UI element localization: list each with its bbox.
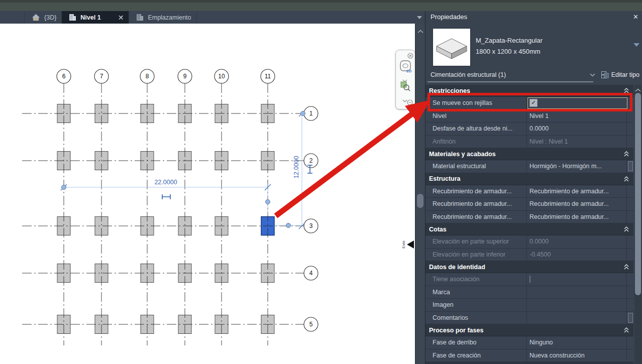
property-label: Recubrimiento de armadur... xyxy=(425,211,527,223)
property-row-tiene-asociacion: Tiene asociación xyxy=(425,273,633,286)
row-end-cell xyxy=(626,136,633,148)
section-header-restricciones[interactable]: Restricciones xyxy=(425,85,633,97)
grid-bubble-label: 11 xyxy=(265,73,271,80)
section-title: Restricciones xyxy=(429,87,470,94)
grid-bubble-label: 5 xyxy=(309,321,313,328)
drag-handle[interactable] xyxy=(301,111,305,116)
property-value[interactable]: 0.0000 xyxy=(527,125,626,132)
view-tab-3d[interactable]: {3D} xyxy=(24,11,62,24)
property-row-material-estructural: Material estructuralHormigón - Hormigón … xyxy=(425,160,633,173)
canvas-scrollbar[interactable] xyxy=(415,24,425,364)
type-name: M_Zapata-Rectangular xyxy=(476,35,543,46)
type-selector-dropdown-icon[interactable] xyxy=(633,43,639,47)
property-row-recubrimiento-de-armadur: Recubrimiento de armadur...Recubrimiento… xyxy=(425,211,633,224)
property-label: Anfitrión xyxy=(425,136,527,148)
property-value[interactable]: Recubrimiento de armadur... xyxy=(527,188,626,195)
property-value xyxy=(527,276,626,283)
dimension-anchor-icon[interactable] xyxy=(162,194,170,199)
zoom-region-icon[interactable] xyxy=(400,81,410,93)
revit-window: {3D}Nivel 1✕Emplazamiento 67891011123452… xyxy=(0,0,642,364)
drag-handle[interactable] xyxy=(62,185,66,190)
drag-handle[interactable] xyxy=(286,223,291,228)
section-header-estructura[interactable]: Estructura xyxy=(425,173,633,185)
row-end-cell xyxy=(626,185,633,198)
type-preview-image xyxy=(433,28,471,66)
properties-title-bar: Propiedades ✕ xyxy=(425,11,642,23)
property-label: Fase de creación xyxy=(425,349,527,362)
view-tab-emplazamiento[interactable]: Emplazamiento xyxy=(129,11,196,24)
drag-handle[interactable] xyxy=(266,200,270,204)
row-end-cell xyxy=(626,299,633,311)
property-label: Se mueve con rejillas xyxy=(425,97,527,109)
collapse-chevrons-icon[interactable] xyxy=(624,151,629,157)
edit-type-button[interactable]: Editar tipo xyxy=(611,71,639,78)
row-end-cell xyxy=(626,123,633,135)
tab-label: Nivel 1 xyxy=(80,14,100,21)
elevation-marker-label: Este xyxy=(401,240,406,249)
browse-button-face[interactable] xyxy=(628,313,633,323)
checkbox-checked-icon[interactable]: ✓ xyxy=(529,99,538,107)
view-tab-nivel-1[interactable]: Nivel 1✕ xyxy=(62,11,129,24)
property-value[interactable]: Hormigón - Hormigón m... xyxy=(527,163,626,170)
grid-bubble-label: 1 xyxy=(309,110,313,117)
property-value[interactable]: Ninguno xyxy=(527,339,626,346)
section-title: Estructura xyxy=(429,175,461,182)
row-end-cell xyxy=(626,235,633,248)
row-end-cell xyxy=(626,336,633,349)
properties-scrollbar[interactable] xyxy=(634,85,641,364)
type-selector-row: Cimentación estructural (1) Editar tipo xyxy=(425,68,642,81)
grid-bubble-label: 10 xyxy=(218,73,225,80)
property-row-recubrimiento-de-armadur: Recubrimiento de armadur...Recubrimiento… xyxy=(425,185,633,198)
category-selector[interactable]: Cimentación estructural (1) xyxy=(431,71,506,78)
tab-close-icon[interactable]: ✕ xyxy=(118,14,124,22)
property-value[interactable]: Recubrimiento de armadur... xyxy=(527,213,626,220)
tab-label: Emplazamiento xyxy=(148,14,191,21)
selector-divider xyxy=(427,81,593,82)
property-row-desfase-de-altura-desde-ni: Desfase de altura desde ni...0.0000 xyxy=(425,123,633,136)
navbar-close-icon[interactable] xyxy=(407,52,413,61)
section-header-cotas[interactable]: Cotas xyxy=(425,223,633,235)
collapse-chevrons-icon[interactable] xyxy=(624,88,629,93)
scrollbar-handle[interactable] xyxy=(635,93,641,295)
collapse-chevrons-icon[interactable] xyxy=(624,226,629,232)
property-value[interactable]: Nueva construcción xyxy=(527,352,626,359)
property-label: Recubrimiento de armadur... xyxy=(425,185,527,198)
elevation-marker-icon[interactable] xyxy=(407,240,414,249)
browse-button[interactable] xyxy=(626,312,633,324)
section-header-materiales-y-acabados[interactable]: Materiales y acabados xyxy=(425,148,633,160)
navbar-collapse-icon[interactable] xyxy=(407,98,413,107)
browse-button-face[interactable] xyxy=(628,161,633,171)
drawing-canvas[interactable]: 678910111234522.000012.0000Este 2D xyxy=(0,24,425,364)
row-end-cell xyxy=(626,349,633,362)
section-header-proceso-por-fases[interactable]: Proceso por fases xyxy=(425,324,633,336)
property-value: -0.4500 xyxy=(527,251,626,258)
section-header-datos-de-identidad[interactable]: Datos de identidad xyxy=(425,261,633,273)
collapse-chevrons-icon[interactable] xyxy=(624,176,629,182)
section-header-parametros-ifc[interactable]: Parámetros IFC xyxy=(425,362,633,364)
panel-close-icon[interactable]: ✕ xyxy=(633,13,638,21)
dimension-text-vertical[interactable]: 12.0000 xyxy=(293,156,300,178)
property-value[interactable]: Nivel 1 xyxy=(527,112,626,119)
collapse-chevrons-icon[interactable] xyxy=(624,264,629,270)
plan-view-drawing[interactable]: 678910111234522.000012.0000Este xyxy=(0,24,425,364)
browse-button[interactable] xyxy=(626,160,633,173)
collapse-chevrons-icon[interactable] xyxy=(624,327,629,333)
checkbox-field[interactable]: ✓ xyxy=(527,97,627,109)
selector-chevron-down-icon[interactable] xyxy=(590,71,595,78)
property-label: Nivel xyxy=(425,110,527,123)
property-value[interactable]: Recubrimiento de armadur... xyxy=(527,200,626,207)
steering-wheel-2d-icon[interactable]: 2D xyxy=(400,60,412,75)
scrollbar-handle[interactable] xyxy=(417,194,423,208)
tab-list-chevron-icon[interactable] xyxy=(417,16,422,19)
section-title: Datos de identidad xyxy=(429,264,485,271)
property-row-recubrimiento-de-armadur: Recubrimiento de armadur...Recubrimiento… xyxy=(425,198,633,211)
grid-bubble-label: 8 xyxy=(146,73,149,80)
property-row-elevacion-en-parte-superior: Elevación en parte superior0.0000 xyxy=(425,235,633,249)
property-row-elevacion-en-parte-inferior: Elevación en parte inferior-0.4500 xyxy=(425,249,633,262)
property-row-marca: Marca xyxy=(425,286,633,299)
scroll-up-icon[interactable] xyxy=(635,87,641,91)
view-tabs: {3D}Nivel 1✕Emplazamiento xyxy=(0,11,197,24)
edit-type-icon[interactable] xyxy=(601,71,609,78)
scroll-up-icon[interactable] xyxy=(417,27,423,31)
dimension-text-horizontal[interactable]: 22.0000 xyxy=(154,179,177,186)
